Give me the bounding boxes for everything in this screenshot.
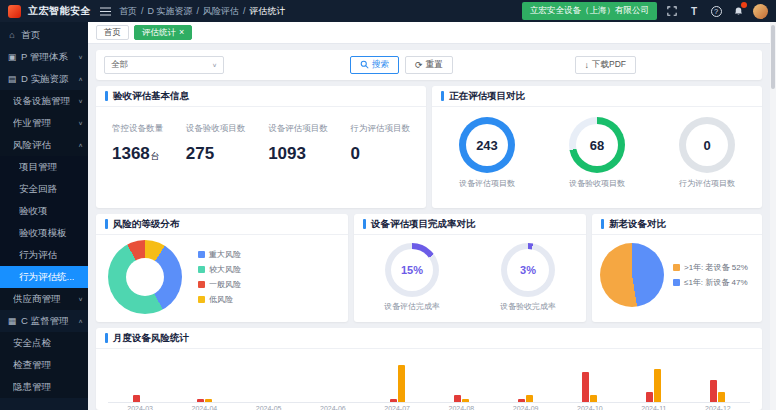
bar xyxy=(398,365,405,403)
sidebar-item-safety-loop[interactable]: 安全回路 xyxy=(0,178,88,200)
avatar[interactable] xyxy=(753,4,768,19)
menu-icon[interactable] xyxy=(98,4,112,18)
module-icon: ▤ xyxy=(7,74,17,84)
filter-bar: 全部 ∨ 搜索 ⟳ 重置 ↓ xyxy=(96,50,762,80)
filter-select[interactable]: 全部 ∨ xyxy=(104,56,224,74)
sidebar-item-c-supervision[interactable]: ▦ C 监督管理 ∧ xyxy=(0,310,88,332)
tab-home[interactable]: 首页 xyxy=(96,25,129,40)
card-monthly-risk: 月度设备风险统计 2024-032024-042024-052024-06202… xyxy=(96,328,762,410)
legend-item: 一般风险 xyxy=(198,279,241,290)
sidebar-item-hazard-management[interactable]: 隐患管理 xyxy=(0,376,88,398)
gauge-charts: 15% 设备评估完成率 3% 设备验收完成率 xyxy=(354,235,586,312)
top-bar: 立宏智能安全 首页 / D 实施资源 / 风险评估 / 评估统计 立宏安全设备（… xyxy=(0,0,776,22)
bar xyxy=(133,395,140,403)
breadcrumb-item[interactable]: 风险评估 xyxy=(203,5,239,18)
breadcrumb-separator: / xyxy=(141,6,144,16)
bar-category-label: 2024-08 xyxy=(449,403,475,410)
scrollbar-thumb[interactable] xyxy=(771,25,775,89)
stat-acceptance-projects: 设备验收项目数 275 xyxy=(186,123,246,164)
pie-chart xyxy=(600,243,664,307)
sidebar-item-work-management[interactable]: 作业管理 ∨ xyxy=(0,112,88,134)
chevron-down-icon: ∨ xyxy=(212,62,217,68)
bar xyxy=(718,392,725,404)
bar-category-label: 2024-11 xyxy=(641,403,666,410)
bar xyxy=(205,399,212,403)
download-icon: ↓ xyxy=(585,61,590,70)
legend-item: ≤1年: 新设备 47% xyxy=(673,277,748,288)
bar-group: 2024-06 xyxy=(320,357,346,410)
bar-category-label: 2024-05 xyxy=(256,403,282,410)
title-accent xyxy=(363,219,366,229)
main-area: 首页 评估统计 × 全部 ∨ 搜索 xyxy=(88,22,770,410)
bar-group: 2024-05 xyxy=(256,357,282,410)
legend-item: >1年: 老设备 52% xyxy=(673,262,748,273)
sidebar-item-risk-assessment[interactable]: 风险评估 ∧ xyxy=(0,134,88,156)
close-icon[interactable]: × xyxy=(179,28,184,37)
sidebar-item-safety-inspection[interactable]: 安全点检 xyxy=(0,332,88,354)
app-root: 立宏智能安全 首页 / D 实施资源 / 风险评估 / 评估统计 立宏安全设备（… xyxy=(0,0,776,410)
legend-item: 低风险 xyxy=(198,294,241,305)
bar-group: 2024-08 xyxy=(449,357,475,410)
bar-category-label: 2024-09 xyxy=(513,403,539,410)
bar xyxy=(654,369,661,404)
bar xyxy=(646,392,653,404)
bell-icon[interactable] xyxy=(731,4,745,18)
topbar-right-cluster: 立宏安全设备（上海）有限公司 T ? xyxy=(522,2,768,20)
fullscreen-icon[interactable] xyxy=(665,4,679,18)
sidebar-item-equipment-management[interactable]: 设备设施管理 ∨ xyxy=(0,90,88,112)
stats-row: 验收评估基本信息 管控设备数量 1368台 设备验收项目数 275 设备评估项目… xyxy=(96,86,762,208)
title-accent xyxy=(601,219,604,229)
sidebar-item-home[interactable]: ⌂ 首页 xyxy=(0,24,88,46)
bar-group: 2024-11 xyxy=(641,357,666,410)
sidebar-item-p-management[interactable]: ▣ P 管理体系 ∨ xyxy=(0,46,88,68)
module-icon: ▣ xyxy=(7,52,17,62)
help-icon[interactable]: ? xyxy=(709,4,723,18)
company-button[interactable]: 立宏安全设备（上海）有限公司 xyxy=(522,2,657,20)
sidebar-item-behavior-assessment[interactable]: 行为评估 xyxy=(0,244,88,266)
card-title: 设备评估项目完成率对比 xyxy=(354,214,586,235)
bar-category-label: 2024-03 xyxy=(127,403,153,410)
legend-item: 重大风险 xyxy=(198,249,241,260)
bar-group: 2024-07 xyxy=(384,357,410,410)
scrollbar[interactable] xyxy=(770,22,776,410)
bar-group: 2024-04 xyxy=(192,357,218,410)
bar-category-label: 2024-04 xyxy=(192,403,218,410)
sidebar-item-behavior-assessment-stats[interactable]: 行为评估统... xyxy=(0,266,88,288)
sidebar-item-acceptance-items[interactable]: 验收项 xyxy=(0,200,88,222)
charts-row: 风险的等级分布 重大风险 较大风险 一般风险 低风险 xyxy=(96,214,762,322)
bar xyxy=(462,399,469,403)
breadcrumb-separator: / xyxy=(243,6,246,16)
tab-assessment-stats[interactable]: 评估统计 × xyxy=(134,25,192,40)
chevron-down-icon: ∨ xyxy=(78,54,83,60)
chevron-up-icon: ∧ xyxy=(78,318,83,324)
search-button[interactable]: 搜索 xyxy=(350,56,399,74)
card-new-old-devices: 新老设备对比 >1年: 老设备 52% ≤1年: 新设备 47% xyxy=(592,214,762,322)
sidebar-item-check-management[interactable]: 检查管理 xyxy=(0,354,88,376)
bar-category-label: 2024-10 xyxy=(577,403,603,410)
reset-button[interactable]: ⟳ 重置 xyxy=(405,56,453,74)
breadcrumb-item[interactable]: D 实施资源 xyxy=(148,5,193,18)
breadcrumb: 首页 / D 实施资源 / 风险评估 / 评估统计 xyxy=(119,5,286,18)
gauge-acceptance-completion: 3% 设备验收完成率 xyxy=(500,243,556,312)
sidebar-item-supplier-management[interactable]: 供应商管理 ∨ xyxy=(0,288,88,310)
bar xyxy=(710,380,717,403)
chevron-up-icon: ∧ xyxy=(78,142,83,148)
card-title: 正在评估项目对比 xyxy=(432,86,762,107)
app-title: 立宏智能安全 xyxy=(28,4,91,18)
sidebar-item-acceptance-template[interactable]: 验收项模板 xyxy=(0,222,88,244)
bar-group: 2024-03 xyxy=(127,357,153,410)
card-completion-rate: 设备评估项目完成率对比 15% 设备评估完成率 3% 设备验收完成率 xyxy=(354,214,586,322)
font-size-icon[interactable]: T xyxy=(687,4,701,18)
bar xyxy=(582,372,589,403)
chevron-down-icon: ∨ xyxy=(78,296,83,302)
download-pdf-button[interactable]: ↓ 下载PDF xyxy=(575,56,637,74)
breadcrumb-item-current: 评估统计 xyxy=(250,5,286,18)
title-accent xyxy=(105,91,108,101)
sidebar-item-d-resources[interactable]: ▤ D 实施资源 ∧ xyxy=(0,68,88,90)
bar-group: 2024-10 xyxy=(577,357,603,410)
sidebar: ⌂ 首页 ▣ P 管理体系 ∨ ▤ D 实施资源 ∧ 设备设施管理 ∨ 作业管理… xyxy=(0,22,88,410)
breadcrumb-item[interactable]: 首页 xyxy=(119,5,137,18)
card-title: 新老设备对比 xyxy=(592,214,762,235)
ring-device-acceptance: 68 设备验收项目数 xyxy=(569,117,625,189)
sidebar-item-project-management[interactable]: 项目管理 xyxy=(0,156,88,178)
